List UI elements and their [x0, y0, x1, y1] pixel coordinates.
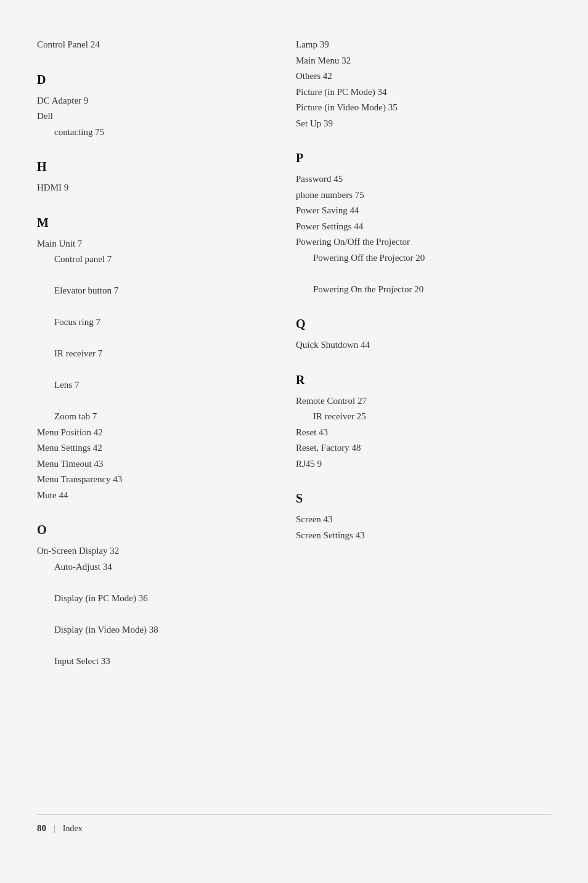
entry-power-saving: Power Saving 44	[296, 203, 551, 219]
lens-text: Lens 7	[37, 377, 259, 393]
section-header-h: H	[37, 160, 259, 174]
entry-screen: Screen 43	[296, 512, 551, 528]
content-area: Control Panel 24 D DC Adapter 9 Dell con…	[37, 37, 551, 789]
section-header-q: Q	[296, 317, 551, 331]
entry-mute: Mute 44	[37, 488, 259, 504]
reset-factory-text: Reset, Factory 48	[296, 443, 361, 453]
main-menu-text: Main Menu 32	[296, 55, 351, 65]
remote-control-text: Remote Control 27	[296, 396, 367, 406]
password-text: Password 45	[296, 174, 343, 184]
entry-menu-position: Menu Position 42	[37, 425, 259, 441]
entry-phone-numbers: phone numbers 75	[296, 187, 551, 203]
picture-pc-text: Picture (in PC Mode) 34	[296, 87, 387, 97]
right-top-entries: Lamp 39 Main Menu 32 Others 42 Picture (…	[296, 37, 551, 131]
entry-rj45: RJ45 9	[296, 456, 551, 472]
hdmi-text: HDMI 9	[37, 183, 68, 192]
right-column: Lamp 39 Main Menu 32 Others 42 Picture (…	[271, 37, 551, 789]
page: Control Panel 24 D DC Adapter 9 Dell con…	[0, 0, 588, 883]
dell-text: Dell	[37, 111, 53, 121]
left-column: Control Panel 24 D DC Adapter 9 Dell con…	[37, 37, 271, 789]
footer-separator: |	[54, 824, 55, 834]
menu-timeout-text: Menu Timeout 43	[37, 459, 104, 469]
main-unit-text: Main Unit 7	[37, 239, 82, 248]
entry-powering-on-off: Powering On/Off the Projector Powering O…	[296, 234, 551, 297]
menu-transparency-text: Menu Transparency 43	[37, 474, 122, 484]
section-header-r: R	[296, 373, 551, 387]
set-up-text: Set Up 39	[296, 118, 333, 128]
focus-ring-text: Focus ring 7	[37, 314, 259, 331]
ir-receiver-right-text: IR receiver 25	[296, 409, 551, 425]
footer-label: Index	[63, 824, 83, 834]
entry-dell: Dell contacting 75	[37, 109, 259, 140]
section-header-p: P	[296, 151, 551, 165]
dc-adapter-text: DC Adapter 9	[37, 96, 88, 105]
entry-menu-transparency: Menu Transparency 43	[37, 472, 259, 488]
power-saving-text: Power Saving 44	[296, 205, 359, 215]
auto-adjust-text: Auto-Adjust 34	[37, 559, 259, 575]
display-video-mode-text: Display (in Video Mode) 38	[37, 622, 259, 638]
section-header-d: D	[37, 73, 259, 87]
footer: 80 | Index	[37, 814, 551, 834]
entry-password: Password 45	[296, 171, 551, 187]
elevator-button-text: Elevator button 7	[37, 283, 259, 299]
entry-hdmi: HDMI 9	[37, 180, 259, 196]
menu-position-text: Menu Position 42	[37, 427, 103, 437]
rj45-text: RJ45 9	[296, 459, 322, 469]
mute-text: Mute 44	[37, 490, 68, 500]
lamp-text: Lamp 39	[296, 39, 329, 49]
section-header-m: M	[37, 216, 259, 230]
entry-quick-shutdown: Quick Shutdown 44	[296, 337, 551, 353]
reset-text: Reset 43	[296, 427, 328, 437]
entry-power-settings: Power Settings 44	[296, 219, 551, 235]
powering-on-text: Powering On the Projector 20	[296, 282, 551, 298]
entry-screen-settings: Screen Settings 43	[296, 528, 551, 544]
powering-on-off-text: Powering On/Off the Projector	[296, 237, 410, 247]
zoom-tab-text: Zoom tab 7	[37, 409, 259, 425]
entry-main-unit: Main Unit 7 Control panel 7 Elevator but…	[37, 236, 259, 425]
power-settings-text: Power Settings 44	[296, 221, 363, 231]
powering-off-text: Powering Off the Projector 20	[296, 250, 551, 266]
ir-receiver-left-text: IR receiver 7	[37, 346, 259, 362]
input-select-text: Input Select 33	[37, 654, 259, 670]
phone-numbers-text: phone numbers 75	[296, 190, 364, 200]
entry-menu-settings: Menu Settings 42	[37, 440, 259, 456]
entry-on-screen-display: On-Screen Display 32 Auto-Adjust 34 Disp…	[37, 543, 259, 669]
screen-settings-text: Screen Settings 43	[296, 530, 365, 540]
section-header-o: O	[37, 523, 259, 537]
others-text: Others 42	[296, 71, 332, 81]
section-header-s: S	[296, 491, 551, 506]
quick-shutdown-text: Quick Shutdown 44	[296, 340, 370, 350]
picture-video-text: Picture (in Video Mode) 35	[296, 102, 398, 112]
control-panel-text: Control Panel 24	[37, 39, 100, 49]
control-panel-entry: Control Panel 24	[37, 37, 259, 53]
display-pc-mode-text: Display (in PC Mode) 36	[37, 591, 259, 607]
on-screen-display-text: On-Screen Display 32	[37, 546, 119, 556]
contacting-text: contacting 75	[37, 125, 259, 141]
menu-settings-text: Menu Settings 42	[37, 443, 102, 453]
control-panel-sub-text: Control panel 7	[37, 252, 259, 268]
entry-reset: Reset 43	[296, 425, 551, 441]
entry-menu-timeout: Menu Timeout 43	[37, 456, 259, 472]
entry-reset-factory: Reset, Factory 48	[296, 440, 551, 456]
screen-text: Screen 43	[296, 514, 333, 524]
entry-dc-adapter: DC Adapter 9	[37, 93, 259, 109]
entry-remote-control: Remote Control 27 IR receiver 25	[296, 393, 551, 425]
footer-page-number: 80	[37, 823, 46, 834]
